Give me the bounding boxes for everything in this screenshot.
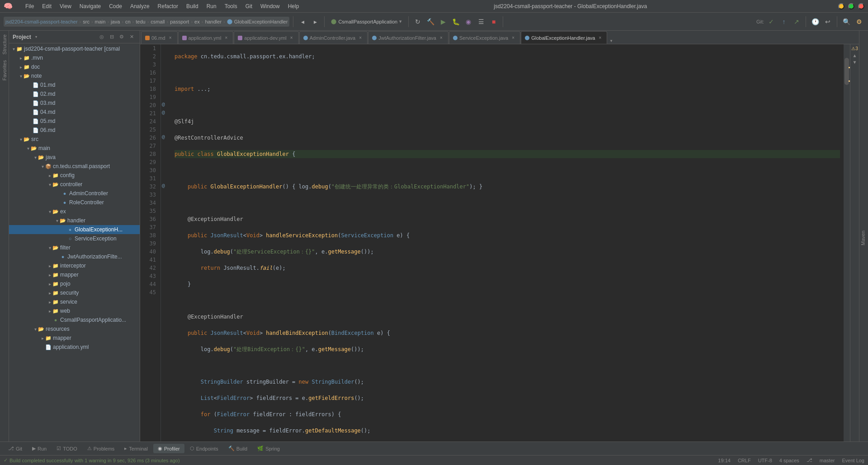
bottom-tab-run[interactable]: ▶ Run (28, 444, 51, 453)
tree-item-serviceexception[interactable]: ○ ServiceException (9, 234, 140, 243)
minimize-button[interactable]: − (838, 3, 844, 9)
tree-item-02md[interactable]: 📄 02.md (9, 89, 140, 99)
search-everywhere-button[interactable]: 🔍 (841, 16, 852, 27)
profile-button[interactable]: ◉ (463, 16, 474, 27)
menu-view[interactable]: View (56, 1, 75, 11)
bottom-tab-endpoints[interactable]: ⬡ Endpoints (185, 444, 223, 453)
tree-item-interceptor[interactable]: ▸ 📁 interceptor (9, 261, 140, 270)
tree-item-main[interactable]: ▾ 📂 main (9, 144, 140, 153)
bottom-tab-git[interactable]: ⎇ Git (4, 444, 27, 453)
menu-tools[interactable]: Tools (221, 1, 241, 11)
tree-item-mvn[interactable]: ▸ 📁 .mvn (9, 53, 140, 62)
left-vtab-structure[interactable]: Structure (2, 34, 7, 55)
stop-button[interactable]: ■ (488, 16, 499, 27)
run-button[interactable]: ▶ (438, 16, 448, 27)
bottom-tab-todo[interactable]: ☑ TODO (52, 444, 82, 453)
build-button[interactable]: 🔨 (425, 16, 436, 27)
event-log[interactable]: Event Log (842, 458, 864, 463)
tree-item-resources[interactable]: ▾ 📂 resources (9, 324, 140, 333)
tree-item-appyml[interactable]: 📄 application.yml (9, 343, 140, 352)
tab-close-admincontroller[interactable]: × (357, 35, 363, 41)
tree-item-05md[interactable]: 📄 05.md (9, 117, 140, 126)
panel-dropdown[interactable]: ▾ (35, 34, 38, 40)
git-update-button[interactable]: ↑ (778, 16, 789, 27)
editor-scrollbar[interactable] (844, 44, 850, 442)
forward-button[interactable]: ▸ (310, 16, 321, 27)
tab-06md[interactable]: 06.md × (141, 31, 178, 44)
left-vtab-favorites[interactable]: Favorites (2, 60, 7, 80)
right-tab-maven[interactable]: Maven (859, 229, 867, 247)
tab-admincontroller[interactable]: AdminController.java × (299, 31, 368, 44)
tree-item-pojo[interactable]: ▸ 📁 pojo (9, 279, 140, 288)
panel-settings-btn[interactable]: ⚙ (117, 33, 126, 42)
tree-item-java[interactable]: ▾ 📂 java (9, 153, 140, 162)
tree-item-doc[interactable]: ▸ 📁 doc (9, 62, 140, 71)
bottom-tab-problems[interactable]: ⚠ Problems (83, 444, 119, 453)
maximize-button[interactable]: + (848, 3, 854, 9)
tab-appyml[interactable]: application.yml × (178, 31, 234, 44)
menu-git[interactable]: Git (242, 1, 256, 11)
git-push-button[interactable]: ↗ (791, 16, 802, 27)
menu-navigate[interactable]: Navigate (76, 1, 104, 11)
cursor-position[interactable]: 19:14 (718, 458, 731, 463)
git-branch-name[interactable]: master (820, 458, 835, 463)
tree-item-01md[interactable]: 📄 01.md (9, 80, 140, 89)
tree-item-web[interactable]: ▸ 📁 web (9, 306, 140, 315)
menu-code[interactable]: Code (105, 1, 126, 11)
menu-run[interactable]: Run (203, 1, 220, 11)
tree-item-mapper-res[interactable]: ▸ 📁 mapper (9, 333, 140, 343)
tree-item-security[interactable]: ▸ 📁 security (9, 288, 140, 297)
tree-item-jwtfilter[interactable]: ● JwtAuthorizationFilte... (9, 252, 140, 261)
tab-appdevyml[interactable]: application-dev.yml × (234, 31, 298, 44)
tree-item-rolecontroller[interactable]: ● RoleController (9, 198, 140, 207)
charset[interactable]: UTF-8 (758, 458, 772, 463)
tree-item-controller[interactable]: ▾ 📂 controller (9, 180, 140, 189)
tree-item-root[interactable]: ▾ 📁 jsd2204-csmall-passport-teacher [csm… (9, 44, 140, 53)
code-content[interactable]: package cn.tedu.csmall.passport.ex.handl… (171, 44, 844, 442)
project-breadcrumb[interactable]: jsd2204-csmall-passport-teacher › src › … (4, 17, 289, 27)
sync-button[interactable]: ↻ (412, 16, 423, 27)
menu-build[interactable]: Build (183, 1, 202, 11)
menu-window[interactable]: Window (257, 1, 283, 11)
tree-item-04md[interactable]: 📄 04.md (9, 108, 140, 117)
menu-refactor[interactable]: Refactor (154, 1, 182, 11)
tree-item-csmallapp[interactable]: ● CsmallPassportApplicatio... (9, 315, 140, 324)
undo-button[interactable]: ↩ (822, 16, 833, 27)
history-button[interactable]: 🕐 (810, 16, 821, 27)
tree-item-filter[interactable]: ▾ 📂 filter (9, 243, 140, 252)
menu-analyze[interactable]: Analyze (127, 1, 153, 11)
settings-button[interactable]: ⚙ (854, 16, 864, 27)
tab-globalexhandler[interactable]: GlobalExceptionHandler.java × (521, 31, 607, 44)
tree-item-package[interactable]: ▾ 📦 cn.tedu.csmall.passport (9, 162, 140, 171)
tab-overflow-btn[interactable]: ▾ (608, 38, 614, 44)
tab-close-06md[interactable]: × (167, 35, 174, 41)
tab-close-globalexhandler[interactable]: × (597, 35, 603, 41)
tree-item-handler[interactable]: ▾ 📂 handler (9, 216, 140, 225)
bottom-tab-terminal[interactable]: ▸ Terminal (120, 444, 152, 453)
run-config-button[interactable]: ⬤ CsmallPassportApplication ▾ (328, 16, 405, 27)
tree-item-06md[interactable]: 📄 06.md (9, 126, 140, 135)
tree-item-03md[interactable]: 📄 03.md (9, 99, 140, 108)
tree-item-globalexhandler[interactable]: ● GlobalExceptionH... (9, 225, 140, 234)
back-button[interactable]: ◂ (297, 16, 308, 27)
tree-item-service[interactable]: ▸ 📁 service (9, 297, 140, 306)
editor-scroll-area[interactable]: 1 2 3 16 17 18 19 20 21 24 25 26 27 28 2… (140, 44, 844, 442)
tab-close-jwtfilter[interactable]: × (438, 35, 444, 41)
tab-close-serviceexception[interactable]: × (510, 35, 516, 41)
debug-button[interactable]: 🐛 (450, 16, 461, 27)
menu-edit[interactable]: Edit (38, 1, 55, 11)
git-check-button[interactable]: ✓ (766, 16, 777, 27)
up-nav-icon[interactable]: ▲ (853, 53, 856, 58)
tab-serviceexception[interactable]: ServiceException.java × (449, 31, 520, 44)
tree-item-ex[interactable]: ▾ 📂 ex (9, 207, 140, 216)
tree-item-config[interactable]: ▸ 📁 config (9, 171, 140, 180)
tree-item-mapper[interactable]: ▸ 📁 mapper (9, 270, 140, 279)
tree-item-note[interactable]: ▾ 📂 note (9, 71, 140, 80)
coverage-button[interactable]: ☰ (476, 16, 486, 27)
close-button[interactable]: × (858, 3, 864, 9)
line-ending[interactable]: CRLF (738, 458, 751, 463)
menu-file[interactable]: File (22, 1, 38, 11)
bottom-tab-build[interactable]: 🔨 Build (224, 444, 252, 453)
panel-locate-btn[interactable]: ◎ (97, 33, 106, 42)
tree-item-admincontroller[interactable]: ● AdminController (9, 189, 140, 198)
